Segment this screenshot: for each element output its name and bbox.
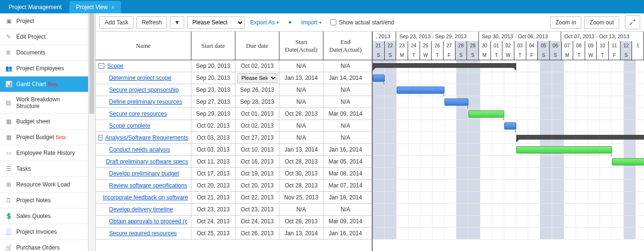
cell-start[interactable]: Oct 17, 2013 [191, 168, 235, 179]
summary-bar[interactable] [373, 63, 516, 68]
task-link[interactable]: Draft preliminary software specs [106, 158, 188, 165]
task-bar[interactable] [397, 87, 444, 94]
task-link[interactable]: Develop preliminary budget [109, 170, 179, 177]
cell-due[interactable]: Sep 26, 2013 [235, 84, 279, 96]
cell-end-actual[interactable]: Jan 14, 2014 [323, 72, 367, 84]
cell-start-actual[interactable]: N/A [279, 96, 323, 108]
task-link[interactable]: Determine project scope [109, 75, 171, 81]
cell-start-actual[interactable]: Oct 30, 2013 [279, 168, 323, 179]
table-row[interactable]: Secure project sponsorshipSep 23, 2013Se… [96, 84, 372, 96]
task-link[interactable]: Analysis/Software Requirements [105, 134, 188, 141]
cell-start[interactable]: Oct 03, 2013 [191, 144, 235, 155]
add-task-button[interactable]: Add Task [100, 16, 133, 29]
cell-start[interactable]: Oct 11, 2013 [191, 156, 235, 167]
table-row[interactable]: Review software specificationsOct 20, 20… [96, 180, 372, 192]
sidebar-item-documents[interactable]: 🗎Documents [0, 45, 88, 61]
task-bar[interactable] [444, 98, 468, 106]
sidebar-item-sales-quotes[interactable]: 💲Sales Quotes [0, 208, 88, 224]
cell-start-actual[interactable]: Nov 25, 2013 [279, 192, 323, 203]
cell-due[interactable]: Oct 20, 2013 [235, 180, 279, 191]
cell-due[interactable]: Oct 23, 2013 [235, 204, 279, 215]
cell-start[interactable]: Oct 20, 2013 [191, 180, 235, 191]
collapse-icon[interactable]: − [99, 135, 102, 141]
cell-end-actual[interactable]: Jan 16, 2014 [323, 228, 367, 239]
cell-due[interactable]: Oct 22, 2013 [235, 192, 279, 203]
cell-start-actual[interactable]: N/A [279, 60, 323, 72]
filter-select[interactable]: Please Select [187, 16, 244, 29]
task-link[interactable]: Scope complete [109, 122, 150, 129]
cell-end-actual[interactable]: Jan 18, 2014 [323, 192, 367, 203]
table-row[interactable]: Determine project scopeSep 20, 2013Pleas… [96, 72, 372, 84]
cell-due[interactable]: Oct 02, 2013 [235, 60, 279, 72]
task-bar[interactable] [612, 158, 644, 165]
col-start-actual[interactable]: Start Date(Actual) [279, 32, 323, 60]
show-actual-checkbox-wrap[interactable]: Show actual start/end [330, 19, 394, 26]
cell-due[interactable]: Oct 01, 2013 [235, 108, 279, 120]
col-end-actual[interactable]: End Date(Actual) [323, 32, 367, 60]
sidebar-item-project-employees[interactable]: 👥Project Employees [0, 61, 88, 76]
collapse-icon[interactable]: − [99, 63, 104, 69]
table-row[interactable]: Conduct needs analysisOct 03, 2013Oct 10… [96, 144, 372, 156]
cell-due[interactable]: Oct 02, 2013 [235, 120, 279, 131]
cell-start-actual[interactable]: Oct 28, 2013 [279, 216, 323, 227]
task-link[interactable]: Develop delivery timeline [109, 206, 173, 213]
cell-start[interactable]: Oct 24, 2013 [191, 216, 235, 227]
cell-end-actual[interactable]: Mar 09, 2014 [323, 216, 367, 227]
col-start[interactable]: Start date [191, 32, 235, 60]
cell-start-actual[interactable]: Oct 28, 2013 [279, 156, 323, 167]
cell-start[interactable]: Oct 02, 2013 [191, 120, 235, 131]
due-date-select[interactable]: Please Select [237, 73, 278, 83]
cell-start[interactable]: Sep 29, 2013 [191, 108, 235, 120]
cell-start-actual[interactable]: N/A [279, 120, 323, 131]
sidebar-item-project-notes[interactable]: 🗒Project Notes [0, 193, 88, 208]
table-row[interactable]: Secure core resourcesSep 29, 2013Oct 01,… [96, 108, 372, 120]
table-row[interactable]: Obtain approvals to proceed (cOct 24, 20… [96, 216, 372, 228]
table-row[interactable]: Develop delivery timelineOct 23, 2013Oct… [96, 204, 372, 216]
task-bar[interactable] [516, 146, 612, 153]
task-link[interactable]: Conduct needs analysis [109, 146, 170, 153]
cell-start[interactable]: Oct 03, 2013 [191, 132, 235, 143]
export-as-button[interactable]: Export As▾ [247, 17, 282, 28]
sidebar-item-edit-project[interactable]: ✎Edit Project [0, 29, 88, 45]
sidebar-item-tasks[interactable]: ☰Tasks [0, 161, 88, 177]
task-link[interactable]: Obtain approvals to proceed (c [109, 218, 188, 225]
show-actual-checkbox[interactable] [330, 19, 336, 25]
sidebar-item-work-breakdown-structure[interactable]: ▤Work Breakdown Structure [0, 92, 88, 114]
cell-start-actual[interactable]: Jan 13, 2014 [279, 72, 323, 84]
task-link[interactable]: Secure required resources [109, 230, 177, 237]
cell-start[interactable]: Oct 23, 2013 [191, 204, 235, 215]
cell-start-actual[interactable]: N/A [279, 204, 323, 215]
cell-start[interactable]: Oct 21, 2013 [191, 192, 235, 203]
shuffle-button[interactable]: ✦ [285, 17, 295, 28]
task-bar[interactable] [504, 122, 516, 130]
col-due[interactable]: Due date [235, 32, 279, 60]
sidebar-scrollbar[interactable] [89, 13, 96, 251]
sidebar-item-project[interactable]: ▣Project [0, 13, 88, 29]
cell-end-actual[interactable]: N/A [323, 204, 367, 215]
table-row[interactable]: Draft preliminary software specsOct 11, … [96, 156, 372, 168]
cell-start-actual[interactable]: Oct 28, 2013 [279, 108, 323, 120]
table-row[interactable]: Define preliminary resourcesSep 27, 2013… [96, 96, 372, 108]
task-bar[interactable] [373, 75, 385, 82]
table-row[interactable]: −ScopeSep 20, 2013Oct 02, 2013N/AN/A [96, 60, 372, 72]
cell-due[interactable]: Oct 10, 2013 [235, 144, 279, 155]
task-link[interactable]: Define preliminary resources [109, 98, 182, 105]
settings-wrench-icon[interactable] [625, 15, 640, 29]
cell-due[interactable]: Oct 24, 2013 [235, 216, 279, 227]
task-link[interactable]: Secure project sponsorship [109, 87, 178, 93]
table-row[interactable]: Incorporate feedback on softwareOct 21, … [96, 192, 372, 204]
cell-due[interactable]: Oct 26, 2013 [235, 228, 279, 239]
import-button[interactable]: Import▾ [298, 17, 324, 28]
cell-due[interactable]: Oct 27, 2013 [235, 132, 279, 143]
cell-start[interactable]: Sep 23, 2013 [191, 84, 235, 96]
cell-due[interactable]: Oct 19, 2013 [235, 168, 279, 179]
cell-end-actual[interactable]: Mar 05, 2014 [323, 156, 367, 167]
cell-due[interactable]: Sep 28, 2013 [235, 96, 279, 108]
cell-end-actual[interactable]: Jan 16, 2014 [323, 144, 367, 155]
cell-end-actual[interactable]: Mar 09, 2014 [323, 108, 367, 120]
tab-project-view[interactable]: Project View× [69, 1, 121, 13]
zoom-in-button[interactable]: Zoom in [550, 16, 581, 29]
cell-end-actual[interactable]: N/A [323, 96, 367, 108]
table-row[interactable]: −Analysis/Software RequirementsOct 03, 2… [96, 132, 372, 144]
sidebar-item-resource-work-load[interactable]: ⊞Resource Work Load [0, 177, 88, 193]
